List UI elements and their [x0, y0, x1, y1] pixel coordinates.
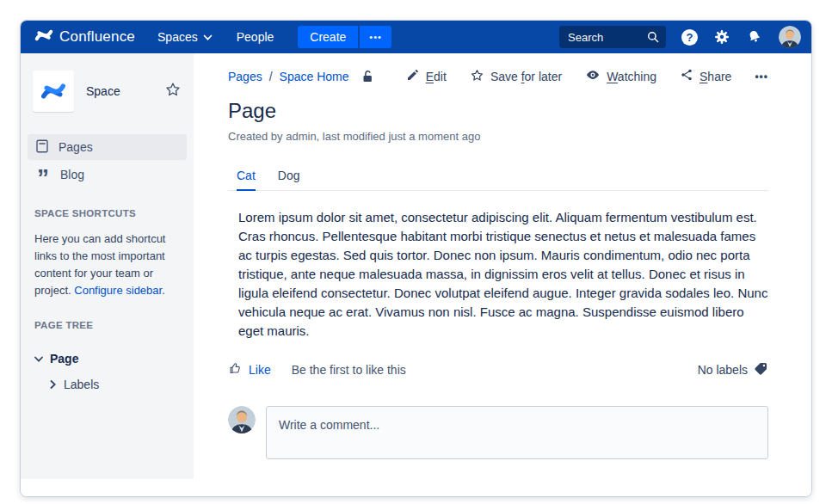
share-icon	[680, 68, 693, 84]
user-avatar-image	[779, 26, 801, 48]
like-hint-text: Be the first to like this	[292, 363, 406, 377]
settings-gear-icon[interactable]	[713, 28, 730, 46]
labels-button[interactable]: No labels	[698, 361, 768, 378]
screen: Confluence Spaces People Create •••	[0, 0, 832, 504]
top-menu: Spaces People	[157, 30, 274, 44]
app-window: Confluence Spaces People Create •••	[20, 20, 812, 497]
favorite-star-icon[interactable]	[164, 81, 182, 101]
more-actions-button[interactable]: •••	[755, 71, 768, 83]
space-name[interactable]: Space	[86, 84, 152, 98]
breadcrumb: Pages / Space Home	[228, 69, 375, 84]
pencil-icon	[406, 68, 420, 84]
sidebar-item-pages[interactable]: Pages	[28, 134, 187, 160]
search-box	[559, 26, 666, 48]
comment-input[interactable]	[266, 406, 768, 459]
confluence-home-link[interactable]: Confluence	[34, 26, 135, 48]
thumbs-up-icon	[228, 361, 243, 378]
chevron-right-icon[interactable]	[50, 377, 57, 392]
edit-button[interactable]: Edit	[406, 68, 447, 84]
commenter-avatar[interactable]	[228, 406, 256, 433]
space-sidebar: Space Pages	[21, 53, 194, 496]
breadcrumb-separator: /	[269, 70, 273, 83]
topbar-right-group	[559, 26, 801, 48]
search-icon[interactable]	[646, 30, 660, 44]
breadcrumb-space-home-link[interactable]: Space Home	[280, 70, 349, 83]
space-shortcuts-header: SPACE SHORTCUTS	[34, 208, 180, 218]
quick-comment	[228, 406, 768, 459]
page-byline: Created by admin, last modified just a m…	[228, 130, 768, 143]
unlocked-padlock-icon[interactable]	[360, 69, 375, 84]
breadcrumb-pages-link[interactable]: Pages	[228, 70, 262, 83]
chevron-down-icon[interactable]	[34, 351, 43, 366]
help-icon[interactable]	[681, 29, 698, 46]
space-shortcuts-text: Here you can add shortcut links to the m…	[34, 230, 180, 299]
create-split-button: Create •••	[298, 26, 391, 48]
star-icon	[470, 68, 484, 85]
save-for-later-button[interactable]: Save for later	[470, 68, 562, 85]
create-button[interactable]: Create	[298, 26, 358, 48]
product-name: Confluence	[59, 28, 135, 46]
notifications-bell-icon[interactable]	[746, 28, 763, 46]
page-tree-header: PAGE TREE	[34, 320, 180, 330]
create-more-button[interactable]: •••	[360, 26, 391, 48]
space-header: Space	[31, 71, 183, 112]
like-button[interactable]: Like	[228, 361, 271, 378]
page-tree: Page Labels	[31, 346, 183, 397]
space-logo[interactable]	[33, 71, 74, 112]
top-navigation-bar: Confluence Spaces People Create •••	[21, 21, 811, 53]
tree-item-labels[interactable]: Labels	[31, 372, 183, 397]
content-tabs: Cat Dog	[228, 169, 768, 191]
page-body-paragraph: Lorem ipsum dolor sit amet, consectetur …	[238, 208, 768, 341]
pages-document-icon	[34, 138, 50, 157]
nav-people[interactable]: People	[237, 30, 274, 44]
user-avatar[interactable]	[779, 26, 801, 48]
page-content-area: Pages / Space Home	[194, 53, 811, 496]
tag-icon	[754, 361, 768, 378]
tab-dog[interactable]: Dog	[278, 169, 300, 191]
watching-button[interactable]: Watching	[585, 67, 656, 85]
share-button[interactable]: Share	[680, 68, 731, 84]
page-title: Page	[228, 99, 768, 123]
eye-icon	[585, 67, 601, 85]
tree-item-page[interactable]: Page	[31, 346, 183, 372]
sidebar-item-blog[interactable]: Blog	[28, 162, 187, 187]
page-actions: Edit Save for later	[406, 67, 768, 85]
tab-cat[interactable]: Cat	[237, 169, 256, 191]
blog-quote-icon	[34, 168, 52, 182]
page-toolbar: Pages / Space Home	[228, 67, 768, 85]
app-body: Space Pages	[21, 53, 811, 496]
chevron-down-icon	[203, 30, 213, 44]
configure-sidebar-link[interactable]: Configure sidebar	[74, 284, 162, 297]
confluence-logo-icon	[34, 26, 53, 48]
social-bar: Like Be the first to like this No labels	[228, 361, 768, 378]
nav-spaces[interactable]: Spaces	[157, 30, 213, 44]
